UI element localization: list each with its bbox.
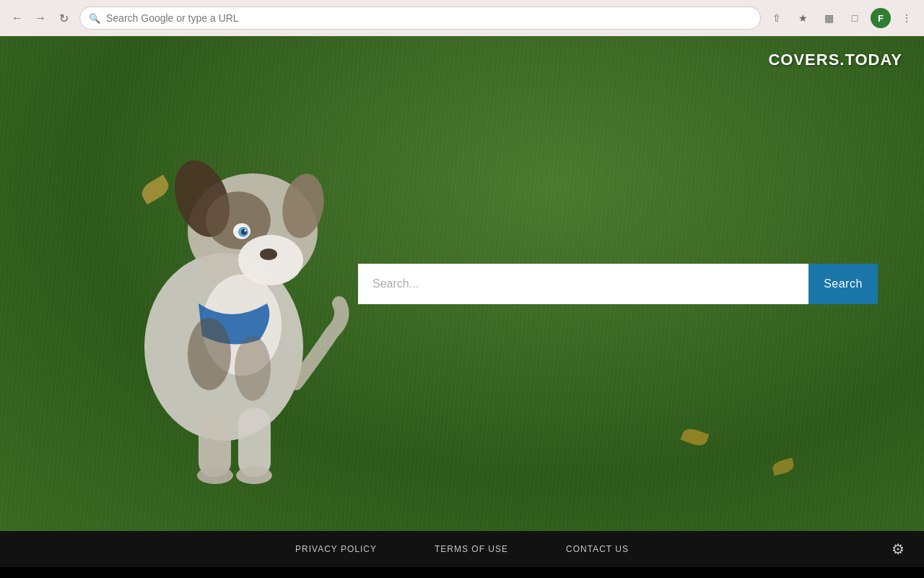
svg-rect-13 [238, 408, 271, 477]
terms-of-use-link[interactable]: TERMS OF USE [435, 544, 508, 554]
address-search-icon: 🔍 [89, 13, 100, 24]
nav-buttons: ← → ↻ [7, 8, 74, 28]
address-bar[interactable]: 🔍 [79, 7, 761, 30]
search-input[interactable] [358, 264, 808, 304]
address-input[interactable] [106, 12, 751, 24]
bottom-bar [0, 567, 924, 578]
search-container: Search [358, 264, 878, 304]
browser-actions: ⇧ ★ ▦ □ F ⋮ [767, 8, 917, 28]
contact-us-link[interactable]: CONTACT US [566, 544, 629, 554]
extensions-button[interactable]: ▦ [819, 8, 839, 28]
dog-illustration [87, 79, 361, 484]
svg-point-16 [188, 318, 231, 390]
forward-button[interactable]: → [30, 8, 51, 28]
svg-point-15 [236, 467, 272, 484]
footer: PRIVACY POLICY TERMS OF USE CONTACT US ⚙ [0, 531, 924, 567]
share-button[interactable]: ⇧ [767, 8, 787, 28]
svg-point-6 [260, 249, 277, 260]
search-button[interactable]: Search [808, 264, 878, 304]
profile-button[interactable]: F [871, 8, 891, 28]
main-content: COVERS.TODAY Search [0, 36, 924, 531]
reload-button[interactable]: ↻ [53, 8, 74, 28]
site-logo: COVERS.TODAY [768, 51, 902, 69]
browser-chrome: ← → ↻ 🔍 ⇧ ★ ▦ □ F ⋮ [0, 0, 924, 36]
svg-point-17 [235, 336, 271, 401]
privacy-policy-link[interactable]: PRIVACY POLICY [295, 544, 377, 554]
settings-button[interactable]: ⚙ [886, 538, 910, 561]
svg-point-14 [197, 467, 233, 484]
bookmark-button[interactable]: ★ [793, 8, 813, 28]
svg-point-10 [245, 230, 247, 232]
back-button[interactable]: ← [7, 8, 27, 28]
menu-button[interactable]: ⋮ [897, 8, 917, 28]
cast-button[interactable]: □ [845, 8, 865, 28]
